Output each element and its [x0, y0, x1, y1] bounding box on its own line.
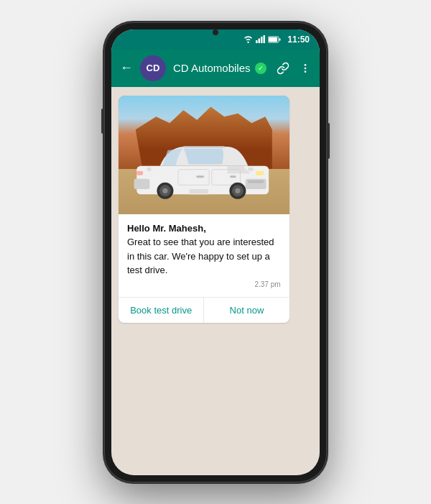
chat-body: Hello Mr. Mahesh, Great to see that you …: [111, 87, 320, 475]
chat-name-area: CD Automobiles ✓: [173, 62, 269, 74]
header-icons: [277, 62, 311, 75]
svg-point-8: [305, 67, 307, 69]
svg-rect-27: [190, 189, 208, 193]
svg-rect-29: [248, 168, 253, 171]
svg-point-9: [305, 70, 307, 73]
svg-rect-25: [136, 171, 143, 175]
svg-rect-6: [269, 37, 277, 42]
svg-rect-3: [264, 35, 266, 43]
more-options-icon[interactable]: [300, 63, 311, 74]
svg-rect-0: [256, 40, 258, 43]
svg-rect-1: [259, 39, 261, 44]
bubble-content: Hello Mr. Mahesh, Great to see that you …: [119, 214, 289, 297]
svg-rect-2: [261, 37, 263, 43]
message-bubble: Hello Mr. Mahesh, Great to see that you …: [119, 96, 289, 323]
attachment-icon[interactable]: [277, 62, 289, 75]
svg-rect-28: [183, 146, 225, 147]
back-button[interactable]: ←: [120, 60, 133, 75]
svg-rect-16: [196, 175, 204, 178]
svg-rect-5: [279, 38, 281, 40]
status-time: 11:50: [287, 35, 310, 45]
svg-rect-30: [147, 168, 151, 171]
svg-point-7: [305, 64, 307, 66]
phone-frame: 11:50 ← CD CD Automobiles ✓: [104, 22, 327, 482]
signal-icon: [256, 35, 265, 43]
body-text: Great to see that you are interested in …: [127, 237, 274, 275]
phone-screen: 11:50 ← CD CD Automobiles ✓: [111, 29, 320, 475]
status-icons: [244, 35, 281, 43]
book-test-drive-button[interactable]: Book test drive: [119, 298, 204, 323]
message-timestamp: 2.37 pm: [127, 280, 281, 288]
chat-header: ← CD CD Automobiles ✓: [111, 50, 320, 87]
chat-name: CD Automobiles: [173, 62, 251, 74]
wifi-icon: [244, 36, 253, 43]
svg-rect-24: [256, 171, 264, 175]
car-svg: [131, 137, 277, 200]
svg-rect-17: [230, 175, 236, 178]
camera-dot: [213, 29, 218, 35]
svg-rect-13: [134, 179, 149, 189]
not-now-button[interactable]: Not now: [204, 298, 289, 323]
message-text: Hello Mr. Mahesh, Great to see that you …: [127, 221, 281, 278]
svg-point-23: [162, 188, 167, 193]
svg-rect-12: [248, 180, 264, 183]
verified-badge: ✓: [255, 63, 267, 74]
svg-point-20: [235, 188, 240, 193]
avatar: CD: [140, 55, 166, 81]
bubble-actions: Book test drive Not now: [119, 298, 289, 323]
car-image: [119, 96, 289, 214]
battery-icon: [268, 36, 281, 43]
greeting-line: Hello Mr. Mahesh,: [127, 223, 206, 234]
